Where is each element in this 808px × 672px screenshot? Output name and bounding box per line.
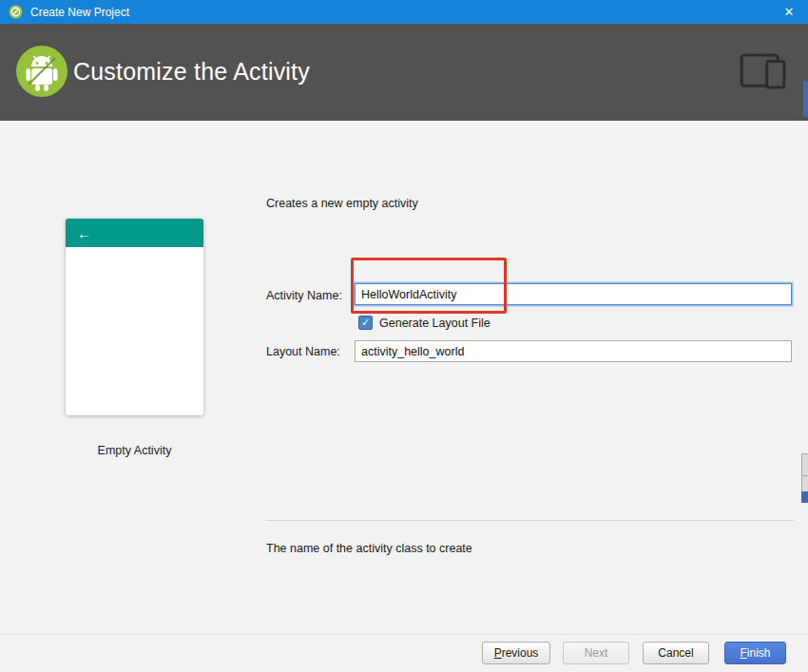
footer-divider [0,634,808,635]
window-edge-artifact [801,491,808,503]
android-studio-logo-icon [15,44,68,99]
layout-name-input[interactable] [355,340,792,362]
template-description: Creates a new empty activity [266,197,418,210]
finish-button[interactable]: Finish [724,642,786,664]
generate-layout-label: Generate Layout File [379,317,491,330]
activity-template-preview: ← [66,219,203,415]
preview-app-bar: ← [66,219,203,247]
previous-button[interactable]: Previous [482,642,550,664]
activity-name-label: Activity Name: [266,289,342,302]
window-edge-artifact [801,453,808,476]
close-icon[interactable]: ✕ [770,0,808,24]
cancel-button[interactable]: Cancel [643,642,709,664]
next-button[interactable]: Next [563,642,629,664]
titlebar: Create New Project ✕ [0,0,808,24]
template-name-label: Empty Activity [66,444,203,457]
checkbox-checked-icon[interactable]: ✓ [358,316,373,330]
generate-layout-checkbox-row[interactable]: ✓ Generate Layout File [358,316,491,330]
layout-name-label: Layout Name: [266,345,340,358]
section-divider [266,520,794,521]
field-hint: The name of the activity class to create [266,542,472,555]
window-title: Create New Project [30,6,129,19]
page-title: Customize the Activity [73,58,310,86]
window-edge-artifact [801,476,808,491]
create-new-project-dialog: Create New Project ✕ Customize the Activ… [0,0,808,672]
window-edge-artifact [803,81,808,117]
activity-name-input[interactable] [355,283,792,305]
back-arrow-icon: ← [77,225,91,241]
wizard-header: Customize the Activity [0,24,808,121]
android-studio-icon [9,5,23,19]
phone-tablet-icon [740,53,787,89]
